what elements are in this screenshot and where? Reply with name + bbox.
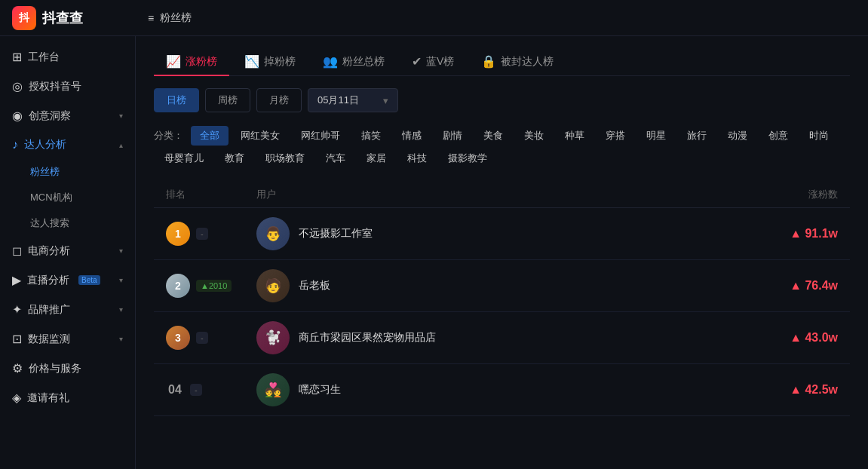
- rank-area: 04 -: [166, 383, 256, 397]
- cat-food[interactable]: 美食: [474, 126, 512, 146]
- tabs-bar: 📈 涨粉榜 📉 掉粉榜 👥 粉丝总榜 ✔ 蓝V榜 🔒 被封达人榜: [154, 48, 850, 76]
- cat-grass[interactable]: 种草: [556, 126, 593, 146]
- sidebar-item-monitor[interactable]: ⊡ 数据监测 ▾: [0, 324, 135, 354]
- rank-medal-2: 2: [166, 274, 190, 298]
- sidebar-item-workspace[interactable]: ⊞ 工作台: [0, 42, 135, 72]
- sub-item-label: MCN机构: [30, 192, 72, 203]
- tab-label: 涨粉榜: [186, 55, 217, 69]
- filter-daily[interactable]: 日榜: [154, 88, 199, 112]
- workspace-icon: ⊞: [12, 50, 22, 64]
- user-area: 👨 不远摄影工作室: [256, 217, 732, 250]
- cat-drama[interactable]: 剧情: [434, 126, 471, 146]
- avatar: 💑: [256, 373, 290, 406]
- header-growth: 涨粉数: [732, 188, 838, 201]
- beta-badge: Beta: [78, 275, 100, 285]
- table-row[interactable]: 1 - 👨 不远摄影工作室 ▲ 91.1w: [154, 208, 850, 260]
- cat-fashion[interactable]: 穿搭: [597, 126, 634, 146]
- sidebar-item-label: 价格与服务: [29, 362, 81, 376]
- cat-creative[interactable]: 创意: [759, 126, 797, 146]
- cat-trends[interactable]: 时尚: [800, 126, 838, 146]
- logo-area: 抖 抖查查: [12, 6, 148, 30]
- rank-change: -: [196, 332, 208, 344]
- cat-home[interactable]: 家居: [357, 149, 395, 168]
- cat-makeup[interactable]: 美妆: [515, 126, 553, 146]
- cat-emotion[interactable]: 情感: [393, 126, 431, 146]
- growth-value: ▲ 91.1w: [790, 227, 838, 240]
- cat-car[interactable]: 汽车: [317, 149, 354, 168]
- tab-label: 被封达人榜: [501, 55, 554, 69]
- growth-area: ▲ 91.1w: [732, 227, 838, 241]
- sidebar-item-label: 数据监测: [28, 333, 70, 346]
- cat-tech[interactable]: 科技: [398, 149, 436, 168]
- menu-icon: ≡: [148, 12, 154, 24]
- sidebar-item-label: 品牌推广: [28, 303, 70, 317]
- sidebar-item-label: 创意洞察: [29, 109, 71, 123]
- rank-area: 2 ▲2010: [166, 274, 256, 298]
- rank-change-value: -: [201, 333, 204, 342]
- chevron-down-icon: ▾: [383, 95, 388, 106]
- fans-up-icon: 📈: [166, 54, 181, 69]
- growth-area: ▲ 42.5w: [732, 383, 838, 397]
- sidebar-item-label: 授权抖音号: [29, 80, 81, 93]
- growth-area: ▲ 43.0w: [732, 331, 838, 345]
- avatar: 🐩: [256, 321, 290, 354]
- filter-monthly[interactable]: 月榜: [256, 88, 302, 112]
- table-row[interactable]: 3 - 🐩 商丘市梁园区果然宠物用品店 ▲ 43.0w: [154, 312, 850, 364]
- table-row[interactable]: 04 - 💑 嘿恋习生 ▲ 42.5w: [154, 364, 850, 416]
- cat-funny[interactable]: 搞笑: [352, 126, 390, 146]
- cat-workplace[interactable]: 职场教育: [256, 149, 314, 168]
- avatar: 👨: [256, 217, 290, 250]
- cat-handsome-male[interactable]: 网红帅哥: [292, 126, 349, 146]
- rank-number: 04: [166, 383, 184, 397]
- sidebar-item-invite[interactable]: ◈ 邀请有礼: [0, 383, 135, 412]
- sidebar-item-live[interactable]: ▶ 直播分析 Beta ▾: [0, 265, 135, 295]
- table-row[interactable]: 2 ▲2010 🧑 岳老板 ▲ 76.4w: [154, 260, 850, 312]
- tab-blocked[interactable]: 🔒 被封达人榜: [469, 48, 566, 76]
- cat-parenting[interactable]: 母婴育儿: [155, 149, 213, 168]
- rank-change: -: [190, 384, 202, 396]
- chevron-down-icon: ▾: [119, 276, 123, 284]
- sidebar-item-pricing[interactable]: ⚙ 价格与服务: [0, 354, 135, 383]
- sidebar-item-authorize[interactable]: ◎ 授权抖音号: [0, 72, 135, 101]
- cat-photo-teach[interactable]: 摄影教学: [439, 149, 496, 168]
- sidebar-sub-mcn[interactable]: MCN机构: [0, 185, 135, 210]
- sub-item-label: 粉丝榜: [30, 166, 60, 177]
- chevron-down-icon: ▾: [119, 112, 123, 120]
- brand-icon: ✦: [12, 302, 22, 317]
- chevron-down-icon: ▾: [119, 305, 123, 314]
- tab-blue-v[interactable]: ✔ 蓝V榜: [400, 48, 466, 76]
- sidebar-sub-fans-rank[interactable]: 粉丝榜: [0, 159, 135, 185]
- user-name: 商丘市梁园区果然宠物用品店: [299, 331, 436, 345]
- sidebar-item-label: 直播分析: [27, 274, 69, 287]
- tab-fans-total[interactable]: 👥 粉丝总榜: [311, 48, 397, 76]
- date-select[interactable]: 05月11日 ▾: [308, 88, 398, 112]
- cat-education[interactable]: 教育: [216, 149, 253, 168]
- cat-travel[interactable]: 旅行: [678, 126, 716, 146]
- growth-value: ▲ 42.5w: [790, 383, 838, 396]
- fans-total-icon: 👥: [323, 54, 338, 69]
- tab-label: 掉粉榜: [264, 55, 296, 69]
- influencer-icon: ♪: [12, 138, 18, 152]
- sidebar-sub-search[interactable]: 达人搜索: [0, 210, 135, 236]
- sidebar-item-brand[interactable]: ✦ 品牌推广 ▾: [0, 295, 135, 324]
- user-area: 💑 嘿恋习生: [256, 373, 732, 406]
- cat-all[interactable]: 全部: [191, 126, 229, 146]
- sidebar-item-influencer[interactable]: ♪ 达人分析 ▴: [0, 130, 135, 159]
- sidebar-item-ecommerce[interactable]: ◻ 电商分析 ▾: [0, 236, 135, 265]
- invite-icon: ◈: [12, 391, 21, 405]
- growth-value: ▲ 76.4w: [790, 279, 838, 292]
- sub-item-label: 达人搜索: [30, 217, 69, 228]
- tab-fans-up[interactable]: 📈 涨粉榜: [154, 48, 229, 76]
- rank-medal-3: 3: [166, 326, 190, 350]
- tab-fans-down[interactable]: 📉 掉粉榜: [232, 48, 308, 76]
- cat-beauty-female[interactable]: 网红美女: [232, 126, 289, 146]
- sidebar-item-creative[interactable]: ◉ 创意洞察 ▾: [0, 101, 135, 130]
- cat-celebrity[interactable]: 明星: [637, 126, 675, 146]
- filter-weekly[interactable]: 周榜: [205, 88, 250, 112]
- date-value: 05月11日: [317, 93, 359, 107]
- rank-change: -: [196, 228, 208, 240]
- rank-change: ▲2010: [196, 280, 232, 292]
- cat-anime[interactable]: 动漫: [719, 126, 756, 146]
- logo-text: 抖查查: [42, 9, 83, 27]
- main-layout: ⊞ 工作台 ◎ 授权抖音号 ◉ 创意洞察 ▾ ♪ 达人分析 ▴ 粉丝榜 MCN机…: [0, 36, 868, 469]
